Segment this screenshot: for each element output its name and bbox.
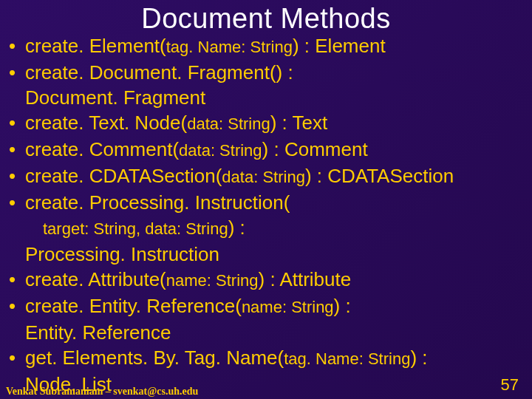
method-name: create. Element( — [25, 35, 166, 57]
method-line: create. Document. Fragment() : — [25, 60, 293, 85]
method-return: ) : Comment — [262, 138, 368, 160]
method-paren: ) : — [334, 295, 351, 317]
method-line: create. Text. Node(data: String) : Text — [25, 110, 327, 137]
method-name: create. Entity. Reference( — [25, 295, 242, 317]
list-item: • create. Processing. Instruction( — [9, 190, 523, 215]
list-item: • create. CDATASection(data: String) : C… — [9, 163, 523, 190]
method-line: create. Element(tag. Name: String) : Ele… — [25, 33, 386, 60]
method-param: target: String, data: String — [43, 219, 228, 238]
list-item-continuation: Entity. Reference — [9, 320, 523, 345]
method-line: create. CDATASection(data: String) : CDA… — [25, 163, 454, 190]
list-item: • create. Text. Node(data: String) : Tex… — [9, 110, 523, 137]
method-name: create. Processing. Instruction( — [25, 191, 290, 214]
method-name: create. Attribute( — [25, 268, 166, 290]
method-name: create. Document. Fragment() : — [25, 61, 293, 83]
method-paren: ) : — [410, 347, 427, 369]
method-return: ) : Attribute — [259, 268, 352, 290]
method-name: create. CDATASection( — [25, 165, 222, 187]
list-item-continuation: Document. Fragment — [9, 85, 523, 110]
bullet-icon: • — [9, 190, 25, 215]
method-return: Document. Fragment — [25, 85, 205, 110]
method-return: ) : Text — [270, 112, 328, 134]
slide-title: Document Methods — [9, 3, 523, 35]
bullet-icon: • — [9, 60, 25, 85]
list-item-continuation: Processing. Instruction — [9, 242, 523, 267]
method-param: data: String — [179, 141, 262, 160]
bullet-icon: • — [9, 267, 25, 292]
method-param: name: String — [242, 298, 334, 316]
method-line: create. Processing. Instruction( — [25, 190, 290, 215]
bullet-icon: • — [9, 33, 25, 58]
method-name: create. Comment( — [25, 138, 179, 160]
list-item: • create. Attribute(name: String) : Attr… — [9, 267, 523, 293]
bullet-icon: • — [9, 345, 25, 370]
method-name: get. Elements. By. Tag. Name( — [25, 347, 284, 369]
method-param: data: String — [187, 115, 270, 133]
bullet-icon: • — [9, 293, 25, 318]
bullet-icon: • — [9, 110, 25, 135]
method-paren: ) : — [228, 216, 245, 239]
slide-content: • create. Element(tag. Name: String) : E… — [9, 33, 523, 397]
method-name: create. Text. Node( — [25, 112, 187, 134]
method-line: get. Elements. By. Tag. Name(tag. Name: … — [25, 345, 427, 372]
method-param: tag. Name: String — [166, 38, 293, 56]
page-number: 57 — [501, 375, 519, 395]
list-item: • create. Entity. Reference(name: String… — [9, 293, 523, 320]
bullet-icon: • — [9, 137, 25, 162]
method-line: create. Attribute(name: String) : Attrib… — [25, 267, 351, 293]
method-return: ) : Element — [293, 35, 386, 57]
method-return: Entity. Reference — [25, 320, 171, 345]
method-line: create. Entity. Reference(name: String) … — [25, 293, 351, 320]
method-param: name: String — [166, 271, 259, 290]
method-param: tag. Name: String — [284, 349, 410, 368]
list-item: • create. Document. Fragment() : — [9, 60, 523, 85]
method-line: create. Comment(data: String) : Comment — [25, 137, 368, 163]
footer-author: Venkat Subramaniam – svenkat@cs.uh.edu — [6, 386, 198, 398]
list-item-continuation: target: String, data: String) : — [9, 215, 523, 242]
slide: Document Methods • create. Element(tag. … — [0, 3, 532, 399]
list-item: • create. Element(tag. Name: String) : E… — [9, 33, 523, 60]
method-return: ) : CDATASection — [305, 165, 454, 187]
method-param: data: String — [222, 168, 305, 186]
method-param-line: target: String, data: String) : — [43, 215, 245, 242]
list-item: • create. Comment(data: String) : Commen… — [9, 137, 523, 163]
bullet-icon: • — [9, 163, 25, 188]
list-item: • get. Elements. By. Tag. Name(tag. Name… — [9, 345, 523, 372]
method-return: Processing. Instruction — [25, 242, 219, 267]
